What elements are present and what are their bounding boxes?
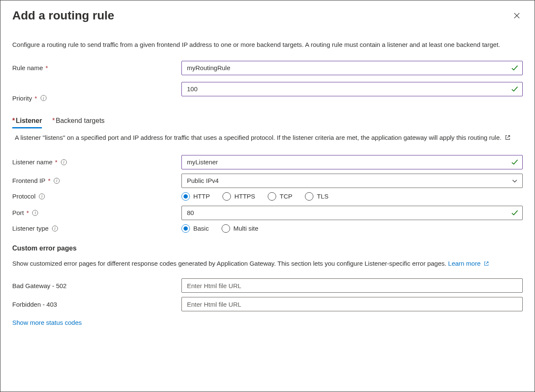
listener-name-input[interactable] <box>181 155 523 169</box>
learn-more-link[interactable]: Learn more <box>448 260 489 267</box>
port-input[interactable] <box>181 206 523 220</box>
show-more-status-codes-link[interactable]: Show more status codes <box>12 319 82 326</box>
frontend-ip-select[interactable]: Public IPv4 <box>181 174 523 188</box>
forbidden-url-input[interactable] <box>181 297 523 311</box>
frontend-ip-label: Frontend IP* i <box>12 177 181 184</box>
external-link-icon <box>484 261 489 266</box>
listener-type-basic-radio[interactable]: Basic <box>181 224 209 233</box>
rule-name-label: Rule name* <box>12 64 181 71</box>
listener-type-radios: Basic Multi site <box>181 224 523 233</box>
panel-title: Add a routing rule <box>12 9 114 22</box>
protocol-https-radio[interactable]: HTTPS <box>222 192 255 201</box>
listener-name-label: Listener name* i <box>12 158 181 166</box>
rule-name-input[interactable] <box>181 61 523 75</box>
custom-error-pages-desc: Show customized error pages for differen… <box>12 259 516 268</box>
port-label: Port* i <box>12 209 181 216</box>
info-icon[interactable]: i <box>52 226 58 231</box>
info-icon[interactable]: i <box>61 159 67 165</box>
close-button[interactable] <box>511 10 523 22</box>
close-icon <box>513 12 520 19</box>
listener-type-label: Listener type i <box>12 225 181 232</box>
protocol-tcp-radio[interactable]: TCP <box>268 192 292 201</box>
routing-rule-panel: Add a routing rule Configure a routing r… <box>0 0 535 392</box>
info-icon[interactable]: i <box>39 193 45 199</box>
protocol-tls-radio[interactable]: TLS <box>305 192 329 201</box>
priority-input[interactable] <box>181 82 523 96</box>
forbidden-label: Forbidden - 403 <box>12 301 181 308</box>
listener-type-multisite-radio[interactable]: Multi site <box>222 224 258 233</box>
info-icon[interactable]: i <box>41 95 47 101</box>
protocol-radios: HTTP HTTPS TCP TLS <box>181 192 523 201</box>
priority-label: Priority* i <box>12 82 181 102</box>
tab-backend-targets[interactable]: *Backend targets <box>52 114 104 128</box>
bad-gateway-label: Bad Gateway - 502 <box>12 282 181 289</box>
protocol-label: Protocol i <box>12 193 181 200</box>
listener-description: A listener "listens" on a specified port… <box>15 133 518 142</box>
tabs: *Listener *Backend targets <box>12 114 523 128</box>
custom-error-pages-title: Custom error pages <box>12 245 523 252</box>
info-icon[interactable]: i <box>32 210 38 216</box>
info-icon[interactable]: i <box>54 178 60 184</box>
external-link-icon[interactable] <box>505 135 510 140</box>
intro-text: Configure a routing rule to send traffic… <box>12 40 511 50</box>
bad-gateway-url-input[interactable] <box>181 278 523 293</box>
tab-listener[interactable]: *Listener <box>12 114 42 128</box>
protocol-http-radio[interactable]: HTTP <box>181 192 210 201</box>
